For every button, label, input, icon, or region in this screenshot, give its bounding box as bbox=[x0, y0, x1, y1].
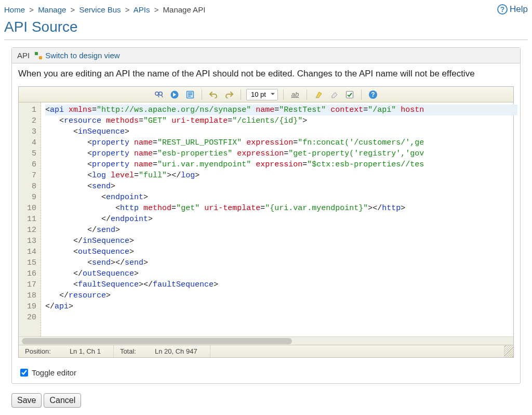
panel-header: API Switch to design view bbox=[12, 48, 520, 63]
svg-line-2 bbox=[158, 95, 159, 97]
goto-icon[interactable] bbox=[168, 89, 181, 100]
horizontal-scrollbar[interactable] bbox=[19, 336, 513, 345]
toolbar-separator bbox=[241, 89, 241, 100]
total-value: Ln 20, Ch 947 bbox=[155, 347, 197, 355]
svg-point-1 bbox=[159, 92, 162, 95]
editor-frame: 8 pt9 pt10 pt11 pt12 pt14 pt ab bbox=[18, 86, 514, 358]
highlight-ab-icon[interactable]: ab bbox=[289, 89, 301, 100]
crumb-apis[interactable]: APIs bbox=[134, 5, 150, 14]
page-title: API Source bbox=[4, 19, 528, 36]
validate-icon[interactable] bbox=[343, 89, 356, 100]
svg-rect-7 bbox=[188, 94, 192, 95]
switch-to-design-view[interactable]: Switch to design view bbox=[35, 51, 119, 60]
format-icon[interactable] bbox=[312, 89, 325, 100]
position-label: Position: bbox=[25, 347, 51, 355]
total-label: Total: bbox=[120, 347, 136, 355]
svg-rect-6 bbox=[188, 93, 192, 94]
find-icon[interactable] bbox=[153, 89, 165, 100]
crumb-home[interactable]: Home bbox=[4, 5, 25, 14]
toolbar-help-icon[interactable]: ? bbox=[367, 89, 379, 100]
editor-toolbar: 8 pt9 pt10 pt11 pt12 pt14 pt ab bbox=[19, 87, 513, 102]
resize-grip-icon[interactable] bbox=[504, 345, 513, 357]
design-view-icon bbox=[35, 52, 42, 59]
toggle-editor-checkbox[interactable] bbox=[20, 369, 28, 377]
title-divider bbox=[4, 40, 528, 40]
undo-icon[interactable] bbox=[207, 89, 220, 100]
edit-warning-note: When you are editing an API the name of … bbox=[12, 63, 520, 86]
panel-tab-label: API bbox=[17, 51, 30, 60]
svg-rect-10 bbox=[347, 91, 353, 98]
api-panel: API Switch to design view When you are e… bbox=[11, 47, 521, 384]
help-label: Help bbox=[510, 4, 528, 15]
svg-point-0 bbox=[155, 92, 158, 95]
crumb-manage[interactable]: Manage bbox=[38, 5, 66, 14]
toggle-editor-label: Toggle editor bbox=[32, 368, 76, 377]
svg-rect-8 bbox=[188, 96, 191, 97]
help-link[interactable]: ? Help bbox=[497, 4, 528, 15]
crumb-current: Manage API bbox=[163, 5, 206, 14]
switch-to-design-view-label: Switch to design view bbox=[45, 51, 119, 60]
crumb-service-bus[interactable]: Service Bus bbox=[79, 5, 121, 14]
erase-icon[interactable] bbox=[328, 89, 340, 100]
svg-text:?: ? bbox=[371, 91, 375, 98]
help-icon: ? bbox=[497, 4, 508, 15]
cancel-button[interactable]: Cancel bbox=[44, 393, 81, 408]
select-all-icon[interactable] bbox=[184, 89, 196, 100]
editor-status-bar: Position: Ln 1, Ch 1 Total: Ln 20, Ch 94… bbox=[19, 345, 513, 357]
scrollbar-thumb[interactable] bbox=[22, 338, 292, 344]
toolbar-separator bbox=[283, 89, 284, 100]
line-number-gutter: 1234567891011121314151617181920 bbox=[19, 102, 41, 336]
position-value: Ln 1, Ch 1 bbox=[70, 347, 101, 355]
breadcrumb: Home > Manage > Service Bus > APIs > Man… bbox=[4, 5, 205, 14]
toolbar-separator bbox=[307, 89, 307, 100]
code-content[interactable]: <api xmlns="http://ws.apache.org/ns/syna… bbox=[41, 102, 517, 336]
font-size-select[interactable]: 8 pt9 pt10 pt11 pt12 pt14 pt bbox=[246, 89, 278, 100]
toolbar-separator bbox=[361, 89, 362, 100]
toolbar-separator bbox=[202, 89, 202, 100]
svg-point-9 bbox=[316, 96, 317, 98]
redo-icon[interactable] bbox=[223, 89, 235, 100]
code-editor[interactable]: 1234567891011121314151617181920 <api xml… bbox=[19, 102, 517, 336]
svg-line-3 bbox=[162, 95, 163, 97]
save-button[interactable]: Save bbox=[11, 393, 42, 408]
